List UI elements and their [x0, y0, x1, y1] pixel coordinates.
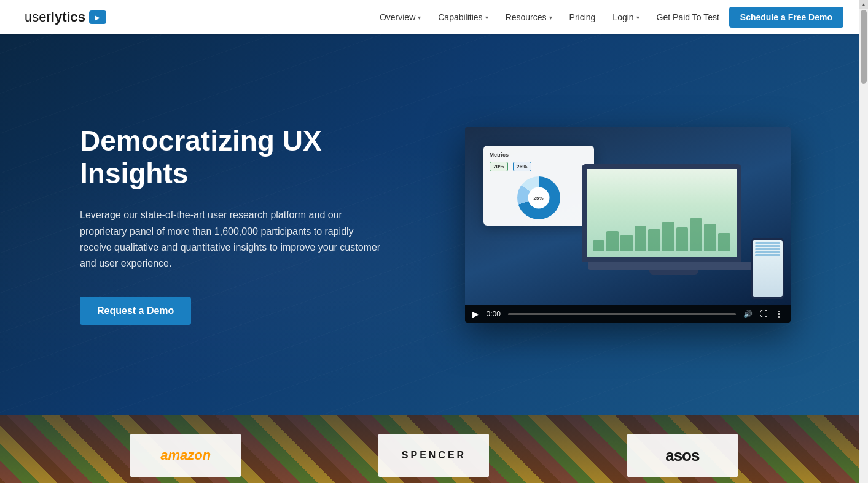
pie-chart-center-label: 25%: [528, 187, 549, 209]
chart-bar: [690, 218, 702, 251]
chart-bar: [635, 226, 647, 251]
logo-text: userlytics: [25, 9, 85, 25]
laptop-mockup: [582, 164, 766, 293]
overview-chevron-icon: ▾: [418, 14, 421, 21]
login-chevron-icon: ▾: [636, 14, 639, 21]
hero-title: Democratizing UX Insights: [80, 125, 412, 190]
video-more-options-icon[interactable]: ⋮: [775, 309, 783, 319]
hero-content: Democratizing UX Insights Leverage our s…: [80, 125, 412, 324]
capabilities-chevron-icon: ▾: [485, 14, 488, 21]
analytics-card: Metrics 70% 26% 25%: [483, 146, 594, 226]
nav-overview-label: Overview: [380, 12, 415, 22]
laptop-screen-content: [587, 169, 737, 257]
scroll-up-btn[interactable]: ▲: [859, 0, 868, 9]
nav-item-overview[interactable]: Overview ▾: [372, 9, 428, 26]
phone-line: [755, 254, 780, 256]
nav-menu: Overview ▾ Capabilities ▾ Resources ▾ Pr…: [372, 7, 843, 28]
chart-bar: [620, 235, 633, 251]
metrics-badges: 70% 26%: [490, 162, 588, 171]
nav-item-get-paid[interactable]: Get Paid To Test: [649, 9, 727, 26]
hero-description: Leverage our state-of-the-art user resea…: [80, 207, 387, 272]
video-play-button[interactable]: ▶: [472, 309, 479, 319]
logo-play-icon: [89, 10, 106, 24]
spencer-logo-text: SPENCER: [402, 450, 466, 461]
phone-line: [755, 242, 780, 244]
laptop-stand: [649, 270, 698, 275]
video-screen: Metrics 70% 26% 25%: [465, 127, 791, 305]
scrollbar[interactable]: ▲: [859, 0, 868, 483]
video-player: Metrics 70% 26% 25%: [465, 127, 791, 323]
metric-badge-1: 70%: [490, 162, 508, 171]
video-fullscreen-icon[interactable]: ⛶: [760, 310, 767, 318]
navbar: userlytics Overview ▾ Capabilities ▾ Res…: [0, 0, 868, 34]
chart-bar: [662, 222, 674, 251]
logo-spencer: SPENCER: [378, 434, 489, 477]
nav-get-paid-label: Get Paid To Test: [657, 12, 719, 22]
nav-capabilities-label: Capabilities: [438, 12, 482, 22]
logo-text-light: user: [25, 9, 51, 25]
phone-screen: [753, 240, 783, 297]
chart-bar: [718, 233, 730, 251]
video-controls: ▶ 0:00 🔊 ⛶ ⋮: [465, 305, 791, 323]
phone-line: [755, 245, 780, 247]
phone-line: [755, 251, 780, 253]
metric-badge-2: 26%: [513, 162, 531, 171]
video-volume-icon[interactable]: 🔊: [743, 310, 753, 318]
nav-login-label: Login: [612, 12, 633, 22]
chart-bar: [676, 227, 689, 251]
chart-bar: [606, 231, 619, 251]
logo[interactable]: userlytics: [25, 9, 106, 25]
video-progress-bar[interactable]: [508, 313, 736, 315]
laptop-base: [588, 262, 760, 270]
scrollbar-thumb[interactable]: [861, 10, 867, 84]
chart-bar: [593, 240, 605, 251]
market-photo-background: amazon SPENCER asos: [0, 415, 868, 483]
hero-video-area: Metrics 70% 26% 25%: [436, 127, 819, 323]
hero-section: Democratizing UX Insights Leverage our s…: [0, 34, 868, 415]
logo-amazon: amazon: [130, 434, 241, 477]
nav-item-login[interactable]: Login ▾: [605, 9, 646, 26]
nav-item-pricing[interactable]: Pricing: [562, 9, 603, 26]
nav-item-capabilities[interactable]: Capabilities ▾: [431, 9, 495, 26]
phone-mockup: [751, 238, 784, 299]
asos-logo-text: asos: [665, 446, 699, 465]
nav-pricing-label: Pricing: [569, 12, 596, 22]
chart-bars: [593, 214, 730, 251]
amazon-logo-text: amazon: [160, 447, 211, 463]
logo-text-bold: lytics: [51, 9, 85, 25]
nav-item-resources[interactable]: Resources ▾: [498, 9, 560, 26]
nav-schedule-demo-button[interactable]: Schedule a Free Demo: [729, 7, 843, 28]
nav-resources-label: Resources: [506, 12, 547, 22]
analytics-card-title: Metrics: [490, 152, 588, 158]
chart-bar: [648, 229, 660, 251]
laptop-screen: [582, 164, 741, 262]
hero-request-demo-button[interactable]: Request a Demo: [80, 297, 191, 325]
logo-asos: asos: [627, 434, 738, 477]
resources-chevron-icon: ▾: [549, 14, 552, 21]
phone-line: [755, 248, 780, 250]
chart-bar: [704, 224, 716, 251]
logos-strip: amazon SPENCER asos: [0, 415, 868, 483]
video-timestamp: 0:00: [487, 310, 501, 318]
pie-chart: 25%: [517, 176, 560, 219]
